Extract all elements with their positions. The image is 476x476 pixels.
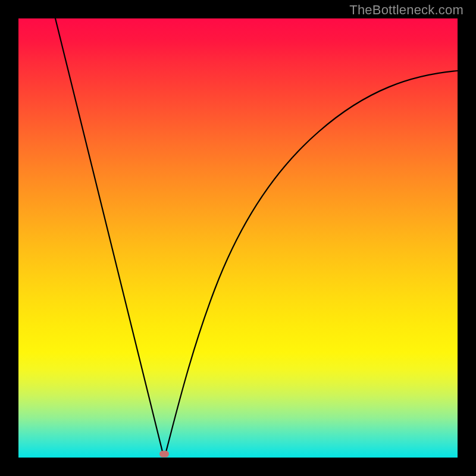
chart-frame: TheBottleneck.com (0, 0, 476, 476)
minimum-marker (159, 451, 169, 458)
curve-left-branch (55, 18, 163, 454)
plot-area (18, 18, 458, 458)
bottleneck-curve (18, 18, 458, 458)
watermark-text: TheBottleneck.com (349, 2, 464, 18)
curve-right-branch (165, 71, 458, 454)
